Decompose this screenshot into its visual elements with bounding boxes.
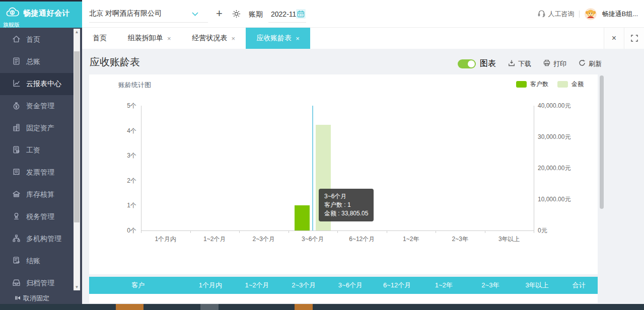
unpin-label: 取消固定 (23, 294, 49, 303)
calendar-icon[interactable] (296, 9, 306, 19)
sidebar-item-label: 库存核算 (26, 190, 54, 199)
sidebar: 畅捷通好会计 旗舰版 首页总账云报表中心资金管理固定资产工资发票管理库存核算税务… (0, 0, 82, 310)
tab-close-icon[interactable]: × (296, 35, 300, 42)
tab-bar: 首页组装拆卸单×经营状况表×应收账龄表× × (82, 28, 644, 49)
divider (579, 11, 580, 18)
brand-logo: 畅捷通好会计 旗舰版 (0, 0, 82, 28)
x-axis-label: 2~3年 (438, 235, 483, 244)
tab-label: 组装拆卸单 (128, 34, 163, 43)
content-scroll-thumb[interactable] (600, 75, 604, 209)
tooltip-row: 金额 : 33,805.05 (324, 209, 368, 218)
sidebar-item-label: 税务管理 (26, 212, 54, 221)
company-selector[interactable]: 北京 对啊酒店有限公司 (89, 9, 198, 18)
chart-card: 账龄统计图 客户数金额 3~6个月客户数 : 1金额 : 33,805.05 0… (89, 74, 598, 274)
taskbar-segment (295, 304, 313, 310)
sidebar-item-首页[interactable]: 首页 (0, 29, 74, 51)
brand-edition: 旗舰版 (0, 21, 82, 29)
print-button[interactable]: 打印 (543, 59, 566, 68)
sidebar-item-总账[interactable]: 总账 (0, 51, 74, 73)
close-tab-icon[interactable]: × (604, 28, 624, 49)
table-header-1个月内[interactable]: 1个月内 (187, 281, 234, 290)
table-header-2~3年[interactable]: 2~3年 (467, 281, 514, 290)
x-axis-label: 2~3个月 (241, 235, 287, 244)
tab-组装拆卸单[interactable]: 组装拆卸单× (117, 28, 182, 49)
unpin-icon (14, 295, 21, 302)
taskbar-strip (0, 304, 644, 310)
x-axis-tick (534, 230, 534, 233)
sidebar-scroll-thumb[interactable] (74, 51, 80, 222)
chart-toggle[interactable] (458, 59, 476, 68)
y-axis-right-tick: 30,000.00元 (538, 133, 570, 141)
sidebar-item-资金管理[interactable]: 资金管理 (0, 95, 74, 117)
tooltip-title: 3~6个月 (324, 192, 368, 201)
avatar[interactable] (585, 8, 597, 20)
sidebar-item-发票管理[interactable]: 发票管理 (0, 162, 74, 184)
company-name: 北京 对啊酒店有限公司 (89, 9, 162, 18)
sidebar-item-结账[interactable]: 结账 (0, 250, 74, 272)
table-header-1~2年[interactable]: 1~2年 (420, 281, 467, 290)
sidebar-item-多机构管理[interactable]: 多机构管理 (0, 228, 74, 250)
tab-经营状况表[interactable]: 经营状况表× (182, 28, 246, 49)
topbar-right: 人工咨询 畅捷通B组... (538, 0, 638, 28)
print-icon (543, 59, 550, 68)
gear-icon[interactable] (232, 10, 241, 20)
support-button[interactable]: 人工咨询 (538, 10, 574, 19)
taskbar-segment (200, 304, 219, 310)
scroll-up-icon[interactable]: ▲ (74, 29, 80, 35)
sidebar-scrollbar[interactable]: ▲ ▼ (74, 29, 80, 290)
table-header-合计[interactable]: 合计 (560, 281, 598, 290)
sidebar-item-云报表中心[interactable]: 云报表中心 (0, 73, 74, 95)
sidebar-item-归档管理[interactable]: 归档管理 (0, 272, 74, 294)
username[interactable]: 畅捷通B组... (602, 10, 638, 19)
table-header-3年以上[interactable]: 3年以上 (514, 281, 560, 290)
chart-bar-客户数[interactable] (295, 205, 310, 230)
sidebar-item-固定资产[interactable]: 固定资产 (0, 117, 74, 139)
x-axis-tick (239, 230, 240, 233)
sidebar-item-库存核算[interactable]: 库存核算 (0, 184, 74, 206)
fullscreen-icon[interactable] (624, 28, 644, 49)
sidebar-item-税务管理[interactable]: 税务管理 (0, 206, 74, 228)
x-axis-label: 1个月内 (143, 235, 188, 244)
chart-legend: 客户数金额 (516, 80, 584, 89)
y-axis-right-line (534, 106, 534, 230)
table-header-2~3个月[interactable]: 2~3个月 (280, 281, 327, 290)
tab-label: 经营状况表 (192, 34, 228, 43)
tab-首页[interactable]: 首页 (82, 28, 117, 49)
table-header-客户[interactable]: 客户 (89, 281, 187, 290)
tab-close-icon[interactable]: × (232, 35, 236, 42)
unpin-sidebar-button[interactable]: 取消固定 (0, 294, 82, 303)
x-axis-label: 1~2年 (388, 235, 434, 244)
inventory-icon (12, 190, 21, 200)
refresh-button[interactable]: 刷新 (579, 59, 602, 68)
main-content: 应收账龄表 图表 下载 (82, 49, 644, 310)
add-button[interactable]: + (216, 7, 223, 20)
sidebar-nav: 首页总账云报表中心资金管理固定资产工资发票管理库存核算税务管理多机构管理结账归档… (0, 29, 74, 294)
multi-org-icon (12, 234, 21, 244)
x-axis-tick (190, 230, 191, 233)
chart-toggle-label: 图表 (480, 58, 496, 69)
table-header-1~2个月[interactable]: 1~2个月 (234, 281, 280, 290)
report-center-icon (12, 79, 21, 89)
invoice-icon (12, 168, 21, 178)
tab-close-icon[interactable]: × (167, 35, 171, 42)
app-window: 畅捷通好会计 旗舰版 首页总账云报表中心资金管理固定资产工资发票管理库存核算税务… (0, 0, 644, 310)
x-axis-label: 6~12个月 (339, 235, 385, 244)
legend-item-金额[interactable]: 金额 (557, 80, 584, 89)
tab-应收账龄表[interactable]: 应收账龄表× (246, 28, 310, 49)
table-header-6~12个月[interactable]: 6~12个月 (374, 281, 420, 290)
download-button[interactable]: 下载 (508, 59, 531, 68)
topbar: 北京 对啊酒店有限公司 + 账期 2022-11 (82, 0, 644, 28)
legend-swatch (516, 81, 527, 88)
tab-label: 应收账龄表 (256, 34, 292, 43)
y-axis-left-tick: 0个 (89, 226, 136, 235)
scroll-down-icon[interactable]: ▼ (74, 284, 80, 290)
download-label: 下载 (518, 59, 531, 68)
legend-item-客户数[interactable]: 客户数 (516, 80, 548, 89)
y-axis-left-tick: 4个 (89, 127, 136, 135)
period-value[interactable]: 2022-11 (271, 10, 296, 18)
sidebar-item-label: 总账 (26, 57, 40, 66)
toolbar: 图表 下载 打印 (458, 58, 602, 69)
table-header-3~6个月[interactable]: 3~6个月 (327, 281, 374, 290)
sidebar-item-工资[interactable]: 工资 (0, 139, 74, 162)
sidebar-item-label: 归档管理 (26, 279, 54, 288)
